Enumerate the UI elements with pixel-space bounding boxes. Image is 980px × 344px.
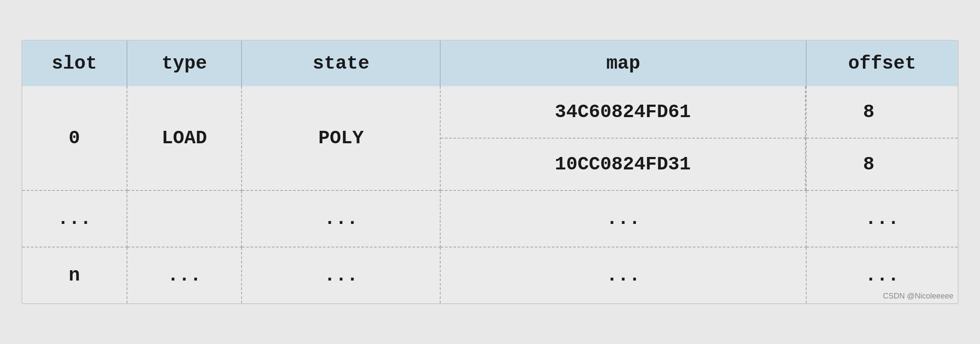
- col-header-slot: slot: [22, 41, 127, 86]
- watermark: CSDN @Nicoleeeee: [883, 292, 953, 301]
- cell-slot-n: n: [22, 247, 127, 303]
- cell-type-n: ...: [127, 247, 242, 303]
- sub-offset-row-0-1: 8: [807, 139, 958, 190]
- col-header-state: state: [242, 41, 440, 86]
- cell-slot-dots: ...: [22, 190, 127, 247]
- table-row: ... ... ... ...: [22, 190, 958, 247]
- col-header-offset: offset: [806, 41, 958, 86]
- cell-state-n: ...: [242, 247, 440, 303]
- cell-map-dots: ...: [440, 190, 806, 247]
- cell-slot-0: 0: [22, 86, 127, 190]
- col-header-type: type: [127, 41, 242, 86]
- sub-row-0-0: 34C60824FD61: [441, 86, 806, 139]
- cell-map-n: ...: [440, 247, 806, 303]
- table-wrapper: slot type state map offset 0 LOAD POLY 3…: [21, 40, 959, 304]
- cell-offset-0: 8 8: [806, 86, 958, 190]
- sub-offset-row-0-0: 8: [807, 86, 958, 139]
- cell-state-0: POLY: [242, 86, 440, 190]
- cell-type-dots: [127, 190, 242, 247]
- sub-row-0-1: 10CC0824FD31: [441, 139, 806, 190]
- header-row: slot type state map offset: [22, 41, 958, 86]
- col-header-map: map: [440, 41, 806, 86]
- cell-type-0: LOAD: [127, 86, 242, 190]
- cell-map-0: 34C60824FD61 10CC0824FD31: [440, 86, 806, 190]
- cell-offset-value-0-0: 8: [807, 86, 931, 138]
- cell-offset-dots: ...: [806, 190, 958, 247]
- cell-map-value-0-0: 34C60824FD61: [441, 86, 806, 138]
- cell-state-dots: ...: [242, 190, 440, 247]
- table-row: 0 LOAD POLY 34C60824FD61 10CC0824FD31 8: [22, 86, 958, 190]
- main-table: slot type state map offset 0 LOAD POLY 3…: [22, 41, 958, 303]
- cell-offset-value-0-1: 8: [807, 139, 931, 190]
- table-row: n ... ... ... ...: [22, 247, 958, 303]
- cell-map-value-0-1: 10CC0824FD31: [441, 139, 806, 190]
